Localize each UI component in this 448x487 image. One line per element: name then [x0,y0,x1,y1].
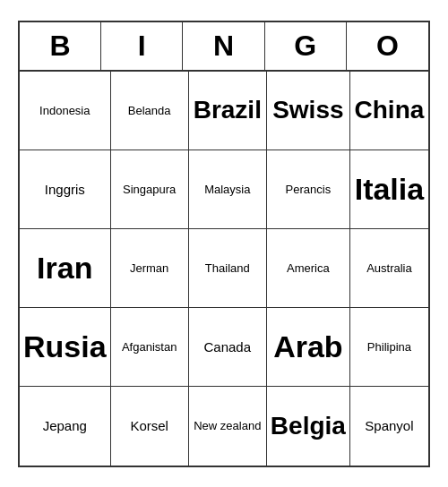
bingo-cell: Singapura [111,150,189,229]
cell-text: Spanyol [365,418,413,433]
cell-text: Swiss [272,96,343,124]
cell-text: Korsel [130,418,168,433]
bingo-cell: Korsel [111,387,189,466]
cell-text: Brazil [194,96,262,124]
bingo-cell: Spanyol [350,387,428,466]
cell-text: Canada [204,339,252,355]
bingo-cell: Rusia [20,308,111,387]
cell-text: Belanda [128,104,171,117]
bingo-cell: Arab [267,308,350,387]
bingo-cell: Inggris [20,150,111,229]
cell-text: Belgia [271,412,346,440]
bingo-cell: Afganistan [111,308,189,387]
cell-text: Jepang [43,418,87,433]
cell-text: Italia [355,172,424,207]
bingo-cell: Australia [350,229,428,308]
bingo-cell: Indonesia [20,72,111,150]
cell-text: Thailand [205,261,250,275]
cell-text: America [287,261,330,275]
header-letter: G [265,22,347,70]
bingo-cell: Belgia [267,387,350,466]
cell-text: Malaysia [204,183,250,196]
bingo-cell: Belanda [111,72,189,150]
cell-text: Perancis [286,183,332,196]
header-letter: O [347,22,428,70]
cell-text: China [355,96,425,124]
bingo-cell: Swiss [267,72,350,150]
cell-text: Indonesia [39,104,90,117]
bingo-grid: IndonesiaBelandaBrazilSwissChinaInggrisS… [20,72,428,466]
cell-text: Afganistan [122,340,177,354]
bingo-cell: Jepang [20,387,111,466]
bingo-cell: Italia [350,150,428,229]
cell-text: Jerman [130,261,168,275]
bingo-cell: Malaysia [189,150,267,229]
bingo-cell: Canada [189,308,267,387]
bingo-cell: New zealand [189,387,267,466]
cell-text: Iran [37,251,92,286]
bingo-cell: America [267,229,350,308]
bingo-header: BINGO [20,22,428,72]
bingo-cell: Iran [20,229,111,308]
bingo-cell: Thailand [189,229,267,308]
cell-text: Arab [273,329,342,364]
bingo-card: BINGO IndonesiaBelandaBrazilSwissChinaIn… [18,21,430,467]
bingo-cell: Philipina [350,308,428,387]
bingo-cell: Jerman [111,229,189,308]
header-letter: I [101,22,183,70]
cell-text: Philipina [367,340,411,354]
bingo-cell: China [350,72,428,150]
cell-text: Inggris [45,182,85,197]
cell-text: New zealand [194,419,261,432]
cell-text: Rusia [23,329,107,364]
bingo-cell: Brazil [189,72,267,150]
bingo-cell: Perancis [267,150,350,229]
header-letter: B [20,22,101,70]
cell-text: Singapura [123,183,176,196]
header-letter: N [183,22,264,70]
cell-text: Australia [366,261,412,275]
